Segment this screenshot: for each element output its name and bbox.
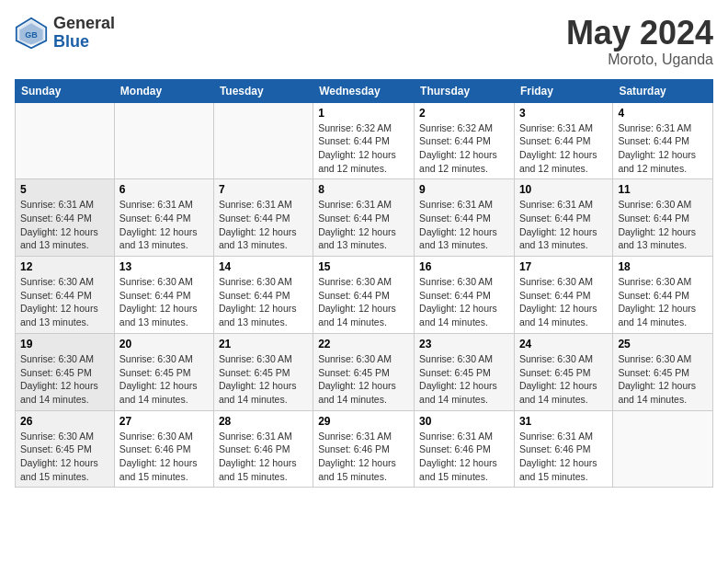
day-info-text: Sunrise: 6:31 AM: [219, 198, 308, 212]
table-cell: 10Sunrise: 6:31 AMSunset: 6:44 PMDayligh…: [514, 179, 612, 257]
table-cell: 15Sunrise: 6:30 AMSunset: 6:44 PMDayligh…: [313, 257, 415, 334]
day-number: 3: [519, 107, 608, 120]
day-info-text: Daylight: 12 hours and 14 minutes.: [20, 379, 109, 406]
day-number: 12: [20, 260, 109, 273]
table-cell: 12Sunrise: 6:30 AMSunset: 6:44 PMDayligh…: [16, 257, 115, 334]
col-thursday: Thursday: [415, 79, 515, 102]
day-info-text: Sunset: 6:44 PM: [20, 212, 109, 225]
day-info-text: Daylight: 12 hours and 13 minutes.: [119, 302, 209, 328]
day-number: 26: [20, 415, 109, 428]
table-cell: 14Sunrise: 6:30 AMSunset: 6:44 PMDayligh…: [213, 257, 313, 334]
day-number: 9: [419, 183, 509, 196]
month-title: May 2024: [566, 15, 713, 52]
day-info-text: Sunrise: 6:30 AM: [20, 430, 109, 443]
day-number: 27: [119, 415, 209, 428]
day-info-text: Sunrise: 6:30 AM: [618, 275, 708, 289]
table-cell: 17Sunrise: 6:30 AMSunset: 6:44 PMDayligh…: [514, 257, 612, 334]
day-number: 21: [219, 338, 308, 350]
logo-icon: GB: [15, 17, 48, 50]
day-info-text: Sunset: 6:44 PM: [419, 289, 509, 303]
calendar-week-2: 5Sunrise: 6:31 AMSunset: 6:44 PMDaylight…: [16, 179, 713, 257]
day-number: 11: [618, 183, 708, 196]
day-info-text: Sunrise: 6:30 AM: [119, 430, 209, 443]
table-cell: 30Sunrise: 6:31 AMSunset: 6:46 PMDayligh…: [415, 410, 515, 488]
table-cell: 21Sunrise: 6:30 AMSunset: 6:45 PMDayligh…: [213, 333, 313, 410]
logo-blue-label: Blue: [53, 33, 115, 52]
day-info-text: Sunset: 6:45 PM: [20, 366, 109, 380]
svg-text:GB: GB: [25, 29, 38, 39]
day-info-text: Sunset: 6:44 PM: [219, 212, 308, 225]
day-info-text: Sunset: 6:44 PM: [119, 212, 209, 225]
day-info-text: Sunset: 6:45 PM: [318, 366, 409, 380]
col-saturday: Saturday: [613, 79, 713, 102]
day-info-text: Daylight: 12 hours and 13 minutes.: [219, 302, 308, 328]
day-info-text: Sunset: 6:44 PM: [219, 289, 308, 303]
day-info-text: Sunset: 6:45 PM: [119, 366, 209, 380]
day-number: 2: [419, 107, 509, 120]
day-info-text: Daylight: 12 hours and 14 minutes.: [318, 302, 409, 328]
table-cell: 11Sunrise: 6:30 AMSunset: 6:44 PMDayligh…: [613, 179, 713, 257]
day-info-text: Sunrise: 6:30 AM: [519, 275, 608, 289]
day-number: 24: [519, 338, 608, 350]
day-info-text: Sunrise: 6:30 AM: [419, 275, 509, 289]
table-cell: 6Sunrise: 6:31 AMSunset: 6:44 PMDaylight…: [114, 179, 213, 257]
table-cell: 28Sunrise: 6:31 AMSunset: 6:46 PMDayligh…: [213, 410, 313, 488]
table-cell: 4Sunrise: 6:31 AMSunset: 6:44 PMDaylight…: [613, 102, 713, 179]
day-info-text: Daylight: 12 hours and 13 minutes.: [419, 225, 509, 252]
table-cell: 31Sunrise: 6:31 AMSunset: 6:46 PMDayligh…: [514, 410, 612, 488]
col-monday: Monday: [114, 79, 213, 102]
day-info-text: Sunset: 6:44 PM: [20, 289, 109, 303]
title-block: May 2024 Moroto, Uganda: [566, 15, 713, 68]
day-info-text: Sunrise: 6:32 AM: [318, 121, 409, 135]
day-info-text: Sunrise: 6:31 AM: [20, 198, 109, 212]
calendar-header-row: Sunday Monday Tuesday Wednesday Thursday…: [16, 79, 713, 102]
table-cell: 13Sunrise: 6:30 AMSunset: 6:44 PMDayligh…: [114, 257, 213, 334]
day-number: 8: [318, 183, 409, 196]
day-info-text: Daylight: 12 hours and 15 minutes.: [219, 456, 308, 483]
col-friday: Friday: [514, 79, 612, 102]
day-info-text: Sunrise: 6:31 AM: [519, 430, 608, 443]
day-info-text: Sunset: 6:44 PM: [519, 289, 608, 303]
day-info-text: Sunset: 6:44 PM: [618, 289, 708, 303]
day-info-text: Sunset: 6:46 PM: [419, 442, 509, 456]
day-info-text: Sunrise: 6:30 AM: [419, 352, 509, 366]
table-cell: 20Sunrise: 6:30 AMSunset: 6:45 PMDayligh…: [114, 333, 213, 410]
day-info-text: Sunset: 6:44 PM: [618, 134, 708, 148]
day-number: 20: [119, 338, 209, 350]
day-info-text: Daylight: 12 hours and 14 minutes.: [419, 379, 509, 406]
day-info-text: Daylight: 12 hours and 14 minutes.: [519, 379, 608, 406]
day-info-text: Daylight: 12 hours and 15 minutes.: [20, 456, 109, 483]
day-info-text: Sunset: 6:44 PM: [519, 212, 608, 225]
day-info-text: Daylight: 12 hours and 14 minutes.: [419, 302, 509, 328]
day-info-text: Daylight: 12 hours and 14 minutes.: [119, 379, 209, 406]
day-info-text: Daylight: 12 hours and 12 minutes.: [419, 148, 509, 175]
table-cell: 7Sunrise: 6:31 AMSunset: 6:44 PMDaylight…: [213, 179, 313, 257]
day-info-text: Sunrise: 6:31 AM: [119, 198, 209, 212]
day-info-text: Sunset: 6:45 PM: [219, 366, 308, 380]
day-info-text: Sunrise: 6:30 AM: [219, 275, 308, 289]
day-number: 13: [119, 260, 209, 273]
day-info-text: Sunset: 6:46 PM: [219, 442, 308, 456]
day-info-text: Sunset: 6:46 PM: [318, 442, 409, 456]
day-info-text: Daylight: 12 hours and 13 minutes.: [20, 225, 109, 252]
day-info-text: Sunrise: 6:31 AM: [519, 121, 608, 135]
day-number: 16: [419, 260, 509, 273]
day-info-text: Sunset: 6:45 PM: [20, 442, 109, 456]
table-cell: 2Sunrise: 6:32 AMSunset: 6:44 PMDaylight…: [415, 102, 515, 179]
table-cell: 9Sunrise: 6:31 AMSunset: 6:44 PMDaylight…: [415, 179, 515, 257]
day-number: 17: [519, 260, 608, 273]
table-cell: [613, 410, 713, 488]
table-cell: 29Sunrise: 6:31 AMSunset: 6:46 PMDayligh…: [313, 410, 415, 488]
day-info-text: Sunset: 6:46 PM: [119, 442, 209, 456]
day-info-text: Daylight: 12 hours and 14 minutes.: [519, 302, 608, 328]
day-info-text: Sunrise: 6:31 AM: [519, 198, 608, 212]
day-info-text: Sunrise: 6:31 AM: [419, 198, 509, 212]
day-info-text: Sunset: 6:45 PM: [519, 366, 608, 380]
day-info-text: Sunset: 6:44 PM: [419, 212, 509, 225]
day-info-text: Daylight: 12 hours and 13 minutes.: [618, 225, 708, 252]
day-number: 23: [419, 338, 509, 350]
logo-text: General Blue: [53, 15, 115, 52]
table-cell: 19Sunrise: 6:30 AMSunset: 6:45 PMDayligh…: [16, 333, 115, 410]
day-info-text: Sunset: 6:44 PM: [519, 134, 608, 148]
calendar-week-4: 19Sunrise: 6:30 AMSunset: 6:45 PMDayligh…: [16, 333, 713, 410]
